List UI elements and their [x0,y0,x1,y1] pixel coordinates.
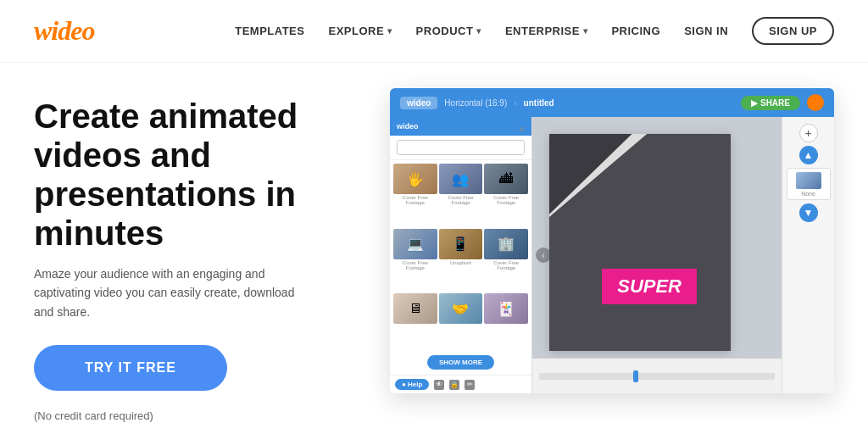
media-thumb-8[interactable]: 🤝 [439,293,483,324]
media-panel-footer: ● Help 👁 🔒 ✏ [390,375,531,393]
hero-subtext: Amaze your audience with an engaging and… [34,264,305,321]
media-thumb-9[interactable]: 🃏 [484,293,528,324]
super-badge: SUPER [602,269,697,304]
panel-nav-down-button[interactable]: ▼ [799,203,818,222]
add-slide-button[interactable]: + [799,124,818,142]
topbar-separator: › [514,98,516,108]
timeline-playhead[interactable] [633,370,638,382]
list-item: 🏢 Cover Free Footage [484,229,528,292]
media-grid: 🖐 Cover Free Footage 👥 Cover Free Footag… [390,160,531,350]
nav-templates[interactable]: TEMPLATES [235,25,304,37]
topbar-untitled: untitled [524,98,554,108]
app-preview: wideo Horizontal (16:9) › untitled ▶ SHA… [390,88,834,393]
nav-signin[interactable]: SIGN IN [684,25,728,37]
media-thumb-6[interactable]: 🏢 [484,229,528,259]
nav-product[interactable]: PRODUCT ▾ [416,25,481,37]
media-thumb-3[interactable]: 🏙 [484,164,528,194]
media-thumb-2[interactable]: 👥 [439,164,483,194]
list-item: 💻 Cover Free Footage [393,229,437,292]
share-button[interactable]: ▶ SHARE [741,96,800,110]
media-search-input[interactable] [397,140,525,155]
main-content: Create animated videos and presentations… [0,63,868,422]
main-nav: TEMPLATES EXPLORE ▾ PRODUCT ▾ ENTERPRISE… [235,17,834,45]
list-item: 🃏 [484,293,528,347]
topbar-nav-label: Horizontal (16:9) [444,98,507,108]
list-item: 🖐 Cover Free Footage [393,164,437,227]
no-credit-text: (No credit card required) [34,409,356,422]
media-thumb-5[interactable]: 📱 [439,229,483,259]
dark-triangle-2 [549,134,731,351]
right-panel: + ▲ None ▼ [782,117,834,393]
slide-label: None [801,191,815,197]
slide-preview-image [796,172,821,189]
list-item: 👥 Cover Free Footage [439,164,483,227]
editor-topbar: wideo Horizontal (16:9) › untitled ▶ SHA… [390,88,834,117]
nav-pricing[interactable]: PRICING [611,25,660,37]
media-thumb-7[interactable]: 🖥 [393,293,437,324]
header: wideo TEMPLATES EXPLORE ▾ PRODUCT ▾ ENTE… [0,0,868,63]
nav-signup-button[interactable]: SIGN UP [752,17,834,45]
timeline-track[interactable] [539,373,775,380]
lock-icon: 🔒 [449,380,459,390]
canvas-area: ‹ › SUPER [532,117,782,393]
media-panel-close-button[interactable]: × [519,124,525,136]
nav-explore[interactable]: EXPLORE ▾ [328,25,392,37]
media-panel: wideo × 🖐 Cover Free Footage 👥 Cover [390,117,532,393]
slide-thumbnail-1[interactable]: None [787,168,831,200]
editor-body: wideo × 🖐 Cover Free Footage 👥 Cover [390,117,834,393]
user-avatar [807,94,824,111]
media-thumb-4[interactable]: 💻 [393,229,437,259]
hero-headline: Create animated videos and presentations… [34,97,356,253]
panel-nav-up-button[interactable]: ▲ [799,146,818,164]
canvas-inner: SUPER [549,134,731,351]
canvas-graphic: SUPER [549,134,731,351]
list-item: 📱 Unsplash [439,229,483,292]
eye-icon: 👁 [434,380,444,390]
hero-right: wideo Horizontal (16:9) › untitled ▶ SHA… [390,88,834,402]
help-button[interactable]: ● Help [395,379,429,390]
timeline-bar [532,358,782,393]
product-chevron-icon: ▾ [476,26,481,36]
media-search-bar [390,136,531,160]
logo[interactable]: wideo [34,15,94,47]
media-panel-header: wideo [390,117,531,136]
try-it-free-button[interactable]: TRY IT FREE [34,345,227,391]
explore-chevron-icon: ▾ [387,26,392,36]
list-item: 🤝 [439,293,483,347]
list-item: 🏙 Cover Free Footage [484,164,528,227]
nav-enterprise[interactable]: ENTERPRISE ▾ [505,25,588,37]
hero-left: Create animated videos and presentations… [34,88,356,422]
list-item: 🖥 [393,293,437,347]
enterprise-chevron-icon: ▾ [583,26,588,36]
show-more-button[interactable]: SHOW MORE [427,355,494,370]
media-thumb-1[interactable]: 🖐 [393,164,437,194]
topbar-logo: wideo [400,97,437,109]
edit-icon: ✏ [465,380,475,390]
